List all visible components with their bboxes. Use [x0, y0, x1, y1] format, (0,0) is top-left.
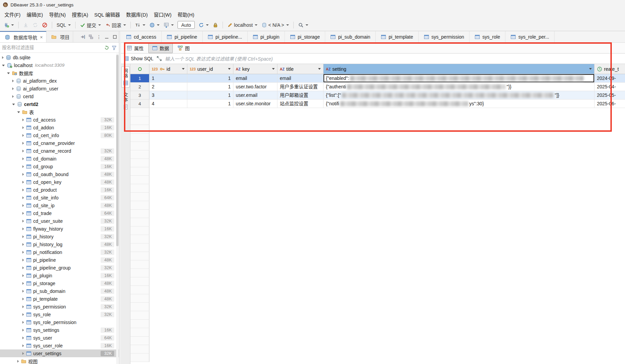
doc-tab-sys_role_per...[interactable]: sys_role_per... [505, 31, 555, 42]
presentation-文本[interactable]: 文本 [122, 91, 129, 111]
column-menu-caret-icon[interactable] [228, 68, 231, 70]
tree-item-sys_settings[interactable]: sys_settings16K [0, 326, 119, 334]
chevron-right-icon[interactable] [22, 196, 24, 199]
menu-navigate[interactable]: 导航(N) [46, 10, 69, 19]
tree-item-cd_site_ip[interactable]: cd_site_ip48K [0, 201, 119, 209]
column-header-key[interactable]: AZkey [233, 64, 277, 74]
row-number-empty[interactable] [130, 235, 149, 243]
column-menu-caret-icon[interactable] [182, 68, 185, 70]
menu-edit[interactable]: 编辑(E) [24, 10, 46, 19]
chevron-down-icon[interactable] [7, 72, 10, 74]
tree-item-cd_cert_info[interactable]: cd_cert_info80K [0, 131, 119, 139]
chevron-right-icon[interactable] [22, 321, 24, 324]
column-menu-caret-icon[interactable] [589, 68, 592, 70]
row-number-empty[interactable] [130, 243, 149, 252]
transaction-mode-button[interactable] [31, 21, 40, 29]
chevron-right-icon[interactable] [17, 360, 19, 363]
tab-projects[interactable]: 项目 [46, 31, 73, 42]
row-number-empty[interactable] [130, 125, 149, 133]
row-number[interactable]: 4 [130, 100, 149, 108]
cell-setting[interactable]: {"enabled": [324, 74, 595, 83]
tree-item-sys_user_role[interactable]: sys_user_role16K [0, 342, 119, 349]
chevron-right-icon[interactable] [22, 352, 24, 355]
row-number-empty[interactable] [130, 218, 149, 227]
cell-key[interactable]: email [233, 74, 277, 83]
chevron-right-icon[interactable] [22, 142, 24, 145]
link-with-editor-icon[interactable] [80, 34, 86, 40]
open-sql-editor-button[interactable]: SQL [55, 21, 72, 29]
cell-create-time[interactable]: 2025-05- [595, 91, 625, 100]
row-number-empty[interactable] [130, 210, 149, 218]
cell-user_id[interactable]: 1 [187, 74, 233, 83]
doc-tab-cd_access[interactable]: cd_access [121, 31, 162, 42]
column-menu-caret-icon[interactable] [318, 68, 321, 70]
row-number-empty[interactable] [130, 167, 149, 176]
chevron-right-icon[interactable] [22, 235, 24, 238]
cell-id[interactable]: 1 [149, 74, 187, 83]
show-sql-button[interactable]: Show SQL [124, 56, 153, 61]
tree-item-视图[interactable]: 视图 [0, 357, 119, 364]
doc-tab-pi_pipeline[interactable]: pi_pipeline [162, 31, 203, 42]
chevron-right-icon[interactable] [22, 181, 24, 184]
tree-item-pi_history_log[interactable]: pi_history_log48K [0, 240, 119, 248]
chevron-right-icon[interactable] [22, 337, 24, 339]
row-number-empty[interactable] [130, 176, 149, 184]
chevron-right-icon[interactable] [22, 259, 24, 261]
row-number-empty[interactable] [130, 260, 149, 269]
menu-window[interactable]: 窗口(W) [151, 10, 174, 19]
menu-help[interactable]: 帮助(H) [174, 10, 197, 19]
tree-item-cd_product[interactable]: cd_product16K [0, 186, 119, 194]
search-metadata-button[interactable] [296, 21, 310, 29]
cell-title[interactable]: 用户邮箱设置 [277, 91, 324, 100]
chevron-right-icon[interactable] [22, 119, 24, 121]
cell-key[interactable]: user.site.monitor [233, 100, 277, 108]
column-header-reate_t[interactable]: reate_t [595, 64, 625, 74]
chevron-right-icon[interactable] [22, 243, 24, 246]
tree-item-pi_template[interactable]: pi_template48K [0, 295, 119, 303]
chevron-right-icon[interactable] [22, 220, 24, 222]
new-connection-button[interactable] [2, 21, 16, 29]
chevron-right-icon[interactable] [22, 126, 24, 129]
row-number-empty[interactable] [130, 184, 149, 193]
row-number[interactable]: 2 [130, 83, 149, 91]
tree-item-pi_history[interactable]: pi_history32K [0, 233, 119, 240]
tree-item-cd_group[interactable]: cd_group16K [0, 163, 119, 170]
chevron-right-icon[interactable] [12, 87, 14, 90]
column-header-user_id[interactable]: 123user_id [187, 64, 233, 74]
row-number-empty[interactable] [130, 311, 149, 320]
menu-file[interactable]: 文件(F) [1, 10, 24, 19]
doc-tab-pi_pipeline...[interactable]: pi_pipeline... [203, 31, 248, 42]
tree-item-cd_domain[interactable]: cd_domain48K [0, 155, 119, 163]
row-number-empty[interactable] [130, 159, 149, 167]
chevron-right-icon[interactable] [22, 313, 24, 316]
tree-item-sys_role[interactable]: sys_role32K [0, 311, 119, 318]
row-number-empty[interactable] [130, 337, 149, 345]
tree-item-数据库[interactable]: 数据库 [0, 69, 119, 77]
expand-filter-icon[interactable] [157, 56, 162, 61]
tree-item-cd_user_suite[interactable]: cd_user_suite32K [0, 217, 119, 225]
row-number-empty[interactable] [130, 328, 149, 337]
view-menu-icon[interactable]: ⋮ [97, 34, 101, 40]
row-number-empty[interactable] [130, 227, 149, 235]
tree-item-cd_access[interactable]: cd_access32K [0, 116, 119, 124]
row-number-empty[interactable] [130, 269, 149, 277]
row-number-empty[interactable] [130, 286, 149, 294]
doc-tab-pi_sub_domain[interactable]: pi_sub_domain [325, 31, 376, 42]
cell-setting[interactable]: {"notifiys":30} [324, 100, 595, 108]
row-number-empty[interactable] [130, 108, 149, 116]
tree-item-cd_trade[interactable]: cd_trade64K [0, 209, 119, 217]
chevron-right-icon[interactable] [22, 189, 24, 191]
cell-key[interactable]: user.email [233, 91, 277, 100]
tree-item-ai_platform_dex[interactable]: ai_platform_dex [0, 77, 119, 85]
active-database-select[interactable]: < N/A > [260, 21, 291, 29]
tab-database-navigator[interactable]: 数据库导航 × [0, 31, 46, 42]
filter-sort-button[interactable]: T [133, 21, 147, 29]
scrollbar-thumb[interactable] [116, 55, 119, 246]
cell-user_id[interactable]: 1 [187, 100, 233, 108]
row-number-empty[interactable] [130, 320, 149, 328]
grid-corner-cell[interactable] [130, 64, 149, 74]
sidebar-scrollbar[interactable] [116, 53, 119, 364]
lock-button[interactable] [211, 21, 220, 29]
tree-item-cd_open_key[interactable]: cd_open_key48K [0, 178, 119, 186]
tree-item-pi_sub_domain[interactable]: pi_sub_domain48K [0, 287, 119, 295]
